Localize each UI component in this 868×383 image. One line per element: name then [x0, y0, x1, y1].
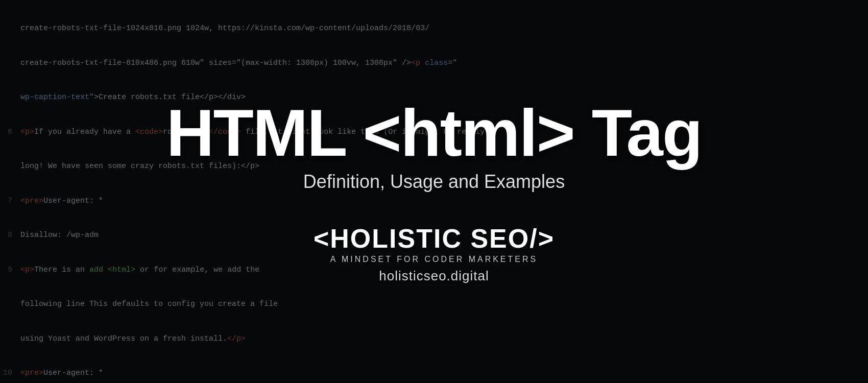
brand-tagline: A MINDSET FOR CODER MARKETERS — [330, 255, 538, 264]
brand-name: <HOLISTIC SEO/> — [314, 223, 554, 254]
center-content: HTML <html> Tag Definition, Usage and Ex… — [153, 100, 715, 284]
brand-url: holisticseo.digital — [379, 268, 489, 284]
brand-section: <HOLISTIC SEO/> A MINDSET FOR CODER MARK… — [153, 223, 715, 284]
page-title: HTML <html> Tag — [153, 100, 715, 166]
page-subtitle: Definition, Usage and Examples — [153, 171, 715, 193]
